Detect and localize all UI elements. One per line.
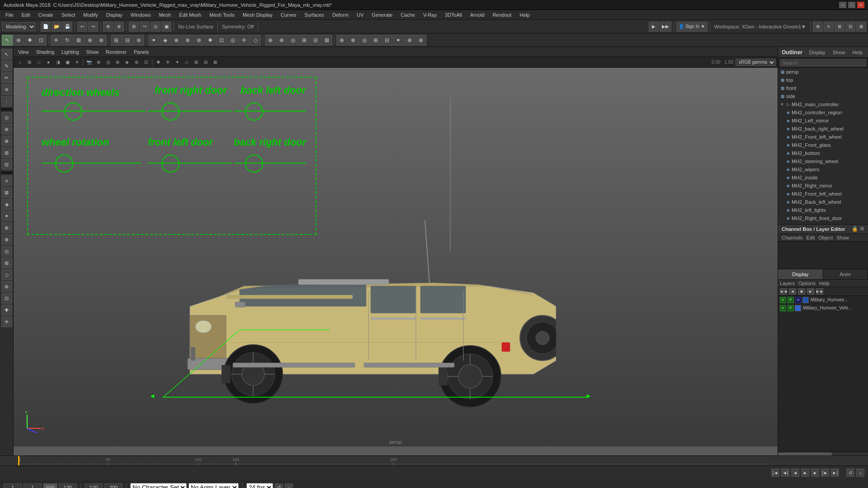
viewport-area[interactable]: View Shading Lighting Show Renderer Pane…: [14, 47, 778, 455]
range-bar[interactable]: [43, 483, 57, 488]
vp-shade-icon[interactable]: ◑: [53, 58, 62, 66]
snap-tool[interactable]: ⊛: [133, 35, 144, 46]
settings-btn2[interactable]: ≡: [824, 22, 834, 32]
layer-p-2[interactable]: P: [788, 305, 794, 311]
left-tool-hair[interactable]: ≋: [1, 84, 12, 95]
outliner-item-rfd[interactable]: ◈ MH2_Right_front_door: [778, 214, 868, 222]
tool-d[interactable]: ⊞: [299, 35, 310, 46]
outliner-item-back-right-wheel[interactable]: ◈ MH2_back_right_wheel: [778, 125, 868, 133]
cb-tab-channels[interactable]: Channels: [782, 235, 802, 240]
cb-tab-show[interactable]: Show: [836, 235, 849, 240]
vp-extra6[interactable]: ⊟: [201, 58, 210, 66]
menu-vray[interactable]: V-Ray: [420, 11, 440, 19]
scale-tool[interactable]: ⊠: [73, 35, 84, 46]
vp-home-icon[interactable]: ⌂: [15, 58, 24, 66]
settings-btn1[interactable]: ⊕: [813, 22, 823, 32]
outliner-item-front[interactable]: ▦ front: [778, 84, 868, 92]
show-manipulator[interactable]: ✦: [148, 35, 159, 46]
vp-menu-lighting[interactable]: Lighting: [59, 48, 82, 56]
custom-tool9[interactable]: ◇: [250, 35, 261, 46]
menu-modify[interactable]: Modify: [80, 11, 101, 19]
tool-a[interactable]: ⊕: [265, 35, 276, 46]
menu-mesh-tools[interactable]: Mesh Tools: [206, 11, 238, 19]
menu-deform[interactable]: Deform: [329, 11, 352, 19]
vp-menu-renderer[interactable]: Renderer: [103, 48, 129, 56]
fps-select[interactable]: 24 fps: [246, 483, 273, 488]
vp-xray-icon[interactable]: ⊗: [113, 58, 122, 66]
custom-tool6[interactable]: ⊡: [216, 35, 227, 46]
menu-cache[interactable]: Cache: [397, 11, 419, 19]
marquee-tool[interactable]: ⊡: [36, 35, 47, 46]
outliner-item-side[interactable]: ▦ side: [778, 92, 868, 100]
start-frame-input[interactable]: [4, 483, 22, 488]
tab-anim[interactable]: Anim: [823, 269, 868, 279]
menu-uv[interactable]: UV: [353, 11, 367, 19]
outliner-item-mh2-main[interactable]: ▼ ▷ MH2_main_controller: [778, 100, 868, 108]
vp-grid-icon[interactable]: ⊞: [25, 58, 34, 66]
left-tool-b[interactable]: ⊕: [1, 124, 12, 135]
left-tool-h[interactable]: ◈: [1, 199, 12, 210]
settings-btn4[interactable]: ⊟: [845, 22, 855, 32]
soft-mod-tool[interactable]: ⊗: [96, 35, 107, 46]
minimize-button[interactable]: ─: [839, 2, 846, 8]
vp-cam-icon[interactable]: 📷: [85, 58, 94, 66]
menu-edit-mesh[interactable]: Edit Mesh: [175, 11, 205, 19]
point-snap-btn[interactable]: ◎: [151, 22, 160, 32]
vp-menu-shading[interactable]: Shading: [33, 48, 57, 56]
menu-mesh[interactable]: Mesh: [155, 11, 175, 19]
outliner-item-top[interactable]: ▦ top: [778, 76, 868, 84]
close-button[interactable]: ✕: [857, 2, 864, 8]
select-tool-btn[interactable]: ⊕: [103, 22, 113, 32]
tool-g[interactable]: ⊕: [336, 35, 347, 46]
new-scene-btn[interactable]: 📄: [41, 22, 51, 32]
audio-btn[interactable]: ♪: [856, 469, 864, 477]
menu-file[interactable]: File: [2, 11, 17, 19]
viewport-canvas[interactable]: direction wheels wheel rotation front ri…: [14, 68, 778, 446]
tool-k[interactable]: ⊟: [382, 35, 392, 46]
left-tool-l[interactable]: ◎: [1, 246, 12, 257]
paint-tool[interactable]: ✚: [24, 35, 35, 46]
left-tool-m[interactable]: ⊞: [1, 258, 12, 268]
cb-tab-edit[interactable]: Edit: [806, 235, 815, 240]
outliner-item-back-lw[interactable]: ◈ MH2_Back_left_wheel: [778, 198, 868, 206]
expand-icon[interactable]: ▼: [780, 102, 784, 107]
settings-btn3[interactable]: ⊞: [835, 22, 844, 32]
vp-menu-view[interactable]: View: [15, 48, 32, 56]
hscroll-thumb[interactable]: [778, 452, 832, 455]
next-key-btn[interactable]: |►: [821, 469, 829, 477]
lasso-tool[interactable]: ⊕: [13, 35, 24, 46]
vp-sel-icon[interactable]: ⊕: [94, 58, 103, 66]
lasso-btn[interactable]: ⊗: [114, 22, 124, 32]
tool-j[interactable]: ⊞: [370, 35, 381, 46]
outliner-item-steering[interactable]: ◈ MH2_steering_wheel: [778, 157, 868, 165]
universal-tool[interactable]: ⊕: [85, 35, 95, 46]
tool-f[interactable]: ⊠: [321, 35, 332, 46]
tool-c[interactable]: ◎: [288, 35, 298, 46]
grid-snap-btn[interactable]: ⊞: [129, 22, 139, 32]
cb-lock-icon[interactable]: 🔒: [852, 226, 858, 232]
range-thumb[interactable]: [46, 486, 55, 488]
left-tool-paint[interactable]: ✎: [1, 61, 12, 71]
outliner-tab-help[interactable]: Help: [850, 49, 864, 56]
loop-btn[interactable]: ↺: [846, 469, 854, 477]
outliner-item-wipers[interactable]: ◈ MH2_wipers: [778, 165, 868, 174]
layer-btn-1[interactable]: ◄◄: [780, 288, 787, 295]
tool-i[interactable]: ◎: [359, 35, 370, 46]
outliner-item-inside[interactable]: ◈ MH2_inside: [778, 174, 868, 182]
menu-edit[interactable]: Edit: [18, 11, 34, 19]
render-seq-btn[interactable]: ▶▶: [660, 22, 671, 32]
anim-layer-select[interactable]: No Anim Layer: [189, 483, 239, 488]
vp-extra7[interactable]: ⊠: [211, 58, 220, 66]
search-input[interactable]: [780, 59, 866, 66]
move-tool[interactable]: ✛: [51, 35, 61, 46]
menu-help[interactable]: Help: [516, 11, 533, 19]
outliner-item-left-mirror[interactable]: ◈ MH2_Left_mirror: [778, 117, 868, 125]
da-sub-help[interactable]: Help: [819, 281, 830, 286]
layer-item-2[interactable]: V P Military_Humvee_Vehicle_Rigged: [778, 304, 868, 312]
left-tool-o[interactable]: ⊛: [1, 281, 12, 292]
vp-tex-icon[interactable]: ▣: [63, 58, 72, 66]
custom-tool3[interactable]: ⊗: [182, 35, 193, 46]
vp-extra5[interactable]: ⊞: [192, 58, 201, 66]
vp-menu-panels[interactable]: Panels: [131, 48, 152, 56]
menu-3dtoall[interactable]: 3DToAll: [441, 11, 466, 19]
